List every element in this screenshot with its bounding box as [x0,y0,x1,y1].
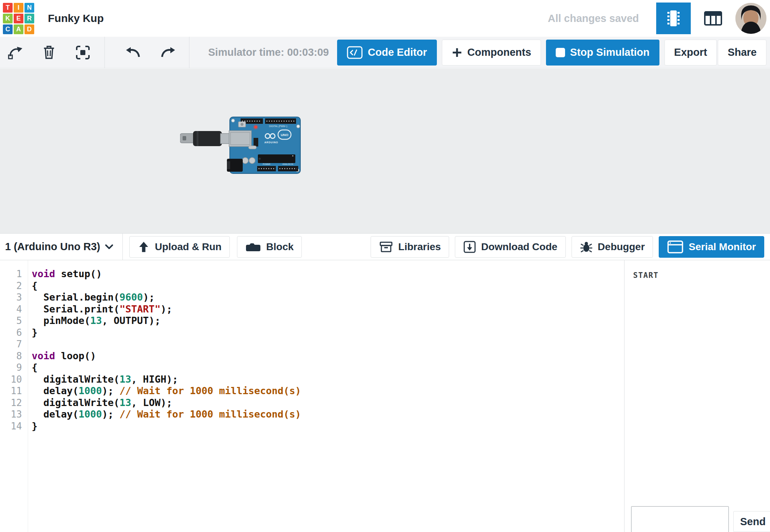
download-code-button[interactable]: Download Code [455,236,566,258]
code-line: { [32,362,624,374]
arduino-uno-board[interactable]: DIGITAL (PWM~) ARDUINO UNO [180,116,303,175]
rotate-button[interactable] [2,40,28,66]
arduino-pcb: DIGITAL (PWM~) ARDUINO UNO [227,117,300,173]
usb-cable [180,131,231,146]
code-line: Serial.print("START"); [32,303,624,315]
avatar-image [735,3,766,34]
logo-tile: T [3,3,13,13]
code-lines[interactable]: void setup(){ Serial.begin(9600); Serial… [28,260,624,532]
save-status: All changes saved [548,13,639,24]
toolbar-separator [104,37,105,68]
zoom-to-fit-icon [75,45,90,60]
chip-icon [665,8,682,28]
circuit-view-toggle[interactable] [656,3,691,34]
redo-button[interactable] [155,40,180,66]
power-label: POWER [263,163,270,165]
code-editor-icon [347,46,363,59]
upload-icon [138,241,150,253]
components-button[interactable]: Components [442,40,541,66]
export-share-group: Export Share [664,40,766,66]
toolbar-actions: Code Editor Components Stop Simulation E… [337,40,766,66]
components-label: Components [467,46,531,58]
stop-icon [556,48,565,57]
line-number: 5 [0,315,22,327]
code-editor-button[interactable]: Code Editor [337,40,437,66]
uno-label: UNO [281,133,288,137]
serial-output: START [624,260,770,280]
block-label: Block [266,241,294,253]
rotate-icon [7,45,23,60]
code-editor[interactable]: 1234567891011121314 void setup(){ Serial… [0,260,624,532]
toolbar-separator [189,37,189,68]
logo-tile: C [3,24,13,34]
download-code-label: Download Code [481,241,558,253]
upload-run-button[interactable]: Upload & Run [129,236,230,258]
code-line: digitalWrite(13, LOW); [32,397,624,409]
line-number: 9 [0,362,22,374]
trash-icon [42,45,56,60]
tinkercad-circuits-app: TINKERCAD Funky Kup All changes saved [0,0,770,532]
simulation-toolbar: Simulator time: 00:03:09 Code Editor Com… [0,37,770,68]
logo-tile: R [24,14,34,23]
logo-tile: A [14,24,23,34]
line-number-gutter: 1234567891011121314 [0,260,28,532]
stop-simulation-button[interactable]: Stop Simulation [546,40,659,66]
app-header: TINKERCAD Funky Kup All changes saved [0,0,770,37]
table-icon [704,10,722,26]
debugger-label: Debugger [598,241,645,253]
logo-tile: K [3,14,13,23]
serial-input-row: Send [624,502,770,532]
serial-input[interactable] [631,506,729,532]
line-number: 8 [0,350,22,362]
circuit-canvas[interactable]: DIGITAL (PWM~) ARDUINO UNO [0,69,770,233]
export-label: Export [674,46,707,58]
line-number: 6 [0,327,22,339]
block-icon [245,241,261,253]
undo-icon [125,45,142,60]
debugger-button[interactable]: Debugger [572,236,653,258]
undo-button[interactable] [121,40,147,66]
code-editor-toolbar: 1 (Arduino Uno R3) Upload & Run Block [0,233,770,260]
upload-run-label: Upload & Run [155,241,221,253]
serial-monitor-panel: START Send [624,260,770,532]
code-line: } [32,420,624,432]
code-line: digitalWrite(13, HIGH); [32,374,624,386]
line-number: 11 [0,385,22,397]
serial-monitor-button[interactable]: Serial Monitor [659,236,764,258]
libraries-icon [379,240,393,253]
code-line: pinMode(13, OUTPUT); [32,315,624,327]
analog-label: ANALOG IN [282,163,293,165]
code-line: delay(1000); // Wait for 1000 millisecon… [32,409,624,420]
code-line: void loop() [32,350,624,362]
line-number: 2 [0,280,22,292]
send-button[interactable]: Send [733,511,770,532]
line-number: 12 [0,397,22,409]
code-line: { [32,280,624,292]
line-number: 10 [0,374,22,386]
plus-icon [452,47,462,58]
stop-simulation-label: Stop Simulation [570,46,650,58]
code-line: void setup() [32,268,624,280]
line-number: 4 [0,303,22,315]
libraries-button[interactable]: Libraries [371,236,449,258]
digital-label: DIGITAL (PWM~) [269,125,287,128]
user-avatar[interactable] [735,3,766,34]
export-button[interactable]: Export [664,40,717,66]
bug-icon [580,240,593,253]
logo-tile: I [14,3,23,13]
redo-icon [159,45,176,60]
line-number: 1 [0,268,22,280]
component-list-toggle[interactable] [696,3,730,34]
simulator-time: Simulator time: 00:03:09 [208,46,329,58]
share-label: Share [728,46,757,58]
code-line: } [32,327,624,339]
board-selector-dropdown[interactable]: 1 (Arduino Uno R3) [0,234,123,260]
download-icon [463,240,476,253]
delete-button[interactable] [36,40,62,66]
zoom-to-fit-button[interactable] [70,40,96,66]
block-toggle-button[interactable]: Block [237,236,302,258]
tinkercad-logo[interactable]: TINKERCAD [3,3,34,34]
design-title[interactable]: Funky Kup [48,12,104,24]
share-button[interactable]: Share [718,40,766,66]
code-editor-label: Code Editor [368,46,427,58]
